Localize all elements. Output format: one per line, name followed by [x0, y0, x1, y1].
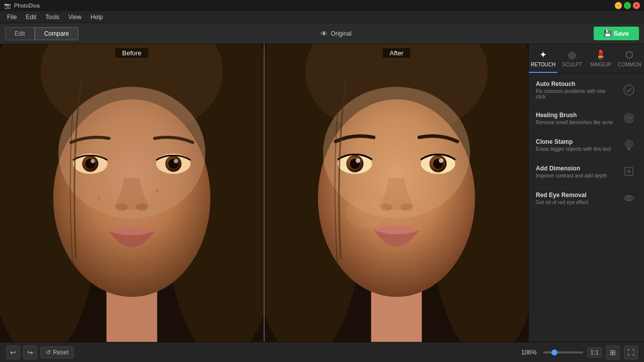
edit-compare-buttons: Edit Compare — [5, 27, 78, 40]
svg-point-37 — [439, 158, 443, 163]
minimize-button[interactable]: − — [615, 2, 622, 9]
svg-point-20 — [155, 189, 158, 192]
menu-view[interactable]: View — [64, 13, 86, 22]
svg-point-39 — [400, 204, 413, 211]
makeup-icon: 💄 — [595, 49, 606, 60]
tab-makeup-label: MAKEUP — [590, 62, 611, 67]
maximize-button[interactable]: □ — [624, 2, 631, 9]
svg-point-40 — [346, 198, 386, 228]
svg-point-15 — [116, 204, 128, 211]
retouch-icon: ✦ — [539, 49, 547, 60]
tool-clone-stamp-text: Clone Stamp Erase bigger objects with th… — [536, 138, 615, 152]
svg-point-16 — [136, 204, 148, 211]
red-eye-removal-icon — [621, 190, 637, 206]
svg-point-18 — [93, 185, 95, 186]
fullscreen-button[interactable]: ⛶ — [624, 345, 638, 359]
eye-icon: 👁 — [320, 30, 328, 38]
svg-point-33 — [356, 158, 360, 163]
zoom-level: 106% — [519, 349, 539, 356]
tool-add-dimension-desc: Improve contrast and add depth — [536, 173, 615, 178]
bottom-left: ↩ ↪ ↺ Reset — [6, 345, 74, 359]
tab-sculpt-label: SCULPT — [562, 62, 582, 67]
right-panel: ✦ RETOUCH ◎ SCULPT 💄 MAKEUP ⬡ COMMON Aut… — [528, 44, 644, 342]
save-button[interactable]: 💾 Save — [594, 27, 639, 40]
svg-point-41 — [624, 85, 634, 95]
tool-red-eye-removal-desc: Get rid of red eye effect — [536, 200, 615, 205]
tool-add-dimension-name: Add Dimension — [536, 165, 615, 172]
undo-button[interactable]: ↩ — [6, 345, 20, 359]
menu-bar: File Edit Tools View Help — [0, 11, 644, 23]
tab-common-label: COMMON — [618, 62, 641, 67]
tool-add-dimension-text: Add Dimension Improve contrast and add d… — [536, 165, 615, 178]
svg-point-17 — [101, 177, 103, 179]
tool-auto-retouch[interactable]: Auto Retouch Fix common problems with on… — [529, 75, 644, 105]
menu-file[interactable]: File — [3, 13, 21, 22]
after-image — [265, 44, 528, 342]
clone-stamp-icon — [621, 137, 637, 153]
svg-point-19 — [161, 179, 163, 182]
title-bar-left: 📷 PhotoDiva — [4, 3, 40, 9]
tool-add-dimension[interactable]: Add Dimension Improve contrast and add d… — [529, 158, 644, 185]
svg-point-10 — [91, 159, 95, 163]
tool-red-eye-removal[interactable]: Red Eye Removal Get rid of red eye effec… — [529, 185, 644, 212]
bottom-bar: ↩ ↪ ↺ Reset 106% 1:1 ⊞ ⛶ — [0, 342, 644, 362]
tool-red-eye-removal-name: Red Eye Removal — [536, 192, 615, 199]
tool-list: Auto Retouch Fix common problems with on… — [529, 73, 644, 342]
tool-healing-brush[interactable]: Healing Brush Remove small blemishes lik… — [529, 105, 644, 132]
before-panel: Before — [0, 44, 264, 342]
original-label: Original — [331, 30, 351, 37]
tool-clone-stamp[interactable]: Clone Stamp Erase bigger objects with th… — [529, 132, 644, 158]
tab-retouch-label: RETOUCH — [531, 62, 555, 67]
svg-point-48 — [628, 197, 630, 199]
tool-auto-retouch-name: Auto Retouch — [536, 80, 615, 87]
auto-retouch-icon — [621, 82, 637, 98]
tool-healing-brush-text: Healing Brush Remove small blemishes lik… — [536, 112, 615, 125]
app-icon: 📷 — [4, 3, 11, 9]
tool-red-eye-removal-text: Red Eye Removal Get rid of red eye effec… — [536, 192, 615, 205]
zoom-frame-button[interactable]: ⊞ — [606, 345, 620, 359]
svg-point-44 — [625, 140, 632, 147]
redo-button[interactable]: ↪ — [23, 345, 37, 359]
zoom-slider[interactable] — [543, 351, 583, 353]
close-button[interactable]: ✕ — [633, 2, 640, 9]
original-toggle[interactable]: 👁 Original — [320, 30, 351, 38]
healing-brush-icon — [621, 110, 637, 126]
menu-tools[interactable]: Tools — [41, 13, 63, 22]
main-area: Before — [0, 44, 644, 342]
add-dimension-icon — [621, 163, 637, 179]
tool-clone-stamp-name: Clone Stamp — [536, 138, 615, 145]
after-panel: After — [264, 44, 528, 342]
svg-point-21 — [98, 197, 100, 200]
app-title: PhotoDiva — [14, 3, 40, 9]
bottom-right: 106% 1:1 ⊞ ⛶ — [519, 345, 638, 359]
top-toolbar: Edit Compare 👁 Original 💾 Save — [0, 23, 644, 44]
compare-mode-button[interactable]: Compare — [35, 27, 78, 40]
before-image — [0, 44, 264, 342]
tab-sculpt[interactable]: ◎ SCULPT — [557, 44, 586, 73]
zoom-fit-button[interactable]: 1:1 — [587, 347, 602, 357]
tool-clone-stamp-desc: Erase bigger objects with this tool — [536, 146, 615, 152]
after-label: After — [382, 48, 410, 58]
menu-edit[interactable]: Edit — [22, 13, 40, 22]
reset-button[interactable]: ↺ Reset — [40, 346, 74, 358]
title-bar-controls: − □ ✕ — [615, 2, 640, 9]
canvas-area: Before — [0, 44, 528, 342]
sculpt-icon: ◎ — [568, 49, 576, 60]
tab-retouch[interactable]: ✦ RETOUCH — [529, 44, 557, 73]
before-after-container: Before — [0, 44, 528, 342]
svg-point-45 — [627, 142, 630, 145]
before-label: Before — [115, 48, 148, 58]
title-bar: 📷 PhotoDiva − □ ✕ — [0, 0, 644, 11]
edit-mode-button[interactable]: Edit — [5, 27, 35, 40]
reset-icon: ↺ — [46, 349, 51, 356]
right-tabs: ✦ RETOUCH ◎ SCULPT 💄 MAKEUP ⬡ COMMON — [529, 44, 644, 73]
svg-point-14 — [174, 159, 178, 163]
tab-makeup[interactable]: 💄 MAKEUP — [587, 44, 615, 73]
tool-healing-brush-desc: Remove small blemishes like acne — [536, 120, 615, 125]
tab-common[interactable]: ⬡ COMMON — [615, 44, 644, 73]
reset-label: Reset — [53, 349, 68, 356]
common-icon: ⬡ — [625, 49, 633, 60]
menu-help[interactable]: Help — [87, 13, 107, 22]
tool-auto-retouch-text: Auto Retouch Fix common problems with on… — [536, 80, 615, 100]
tool-healing-brush-name: Healing Brush — [536, 112, 615, 119]
